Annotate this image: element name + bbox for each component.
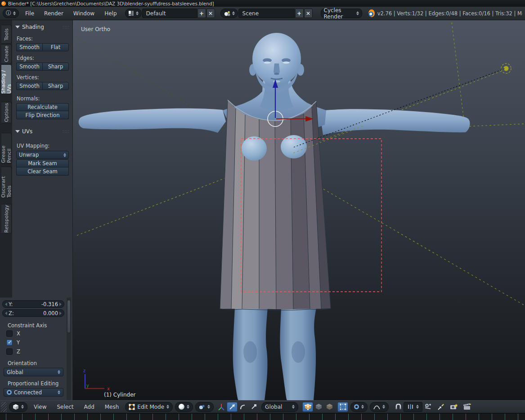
- checkbox-z[interactable]: [6, 348, 13, 355]
- vertices-smooth-button[interactable]: Smooth: [16, 82, 42, 90]
- checkbox-x[interactable]: [6, 330, 13, 337]
- editor-type-selector-info[interactable]: ⓘ: [3, 9, 19, 18]
- screen-layout-name-field[interactable]: Default: [142, 9, 197, 18]
- main-area: Tools Create Shading / UVs Options Greas…: [0, 20, 525, 400]
- tab-create[interactable]: Create: [1, 44, 12, 64]
- constraint-y-row[interactable]: Y: [6, 339, 20, 346]
- sphere-object-left[interactable]: [242, 136, 267, 161]
- snap-toggle-button[interactable]: [393, 402, 404, 412]
- menu-help[interactable]: Help: [101, 10, 120, 17]
- rotate-arc-icon: [239, 403, 247, 411]
- scene-icon-button[interactable]: [220, 9, 238, 18]
- translate-y-field[interactable]: Y: -0.316: [2, 300, 64, 308]
- dropdown-arrows-icon: [58, 390, 60, 394]
- recalculate-normals-button[interactable]: Recalculate: [16, 103, 69, 111]
- scene-name-field[interactable]: Scene: [238, 9, 295, 18]
- dropdown-arrows-icon: [416, 405, 419, 409]
- opengl-render-button[interactable]: [449, 402, 459, 412]
- editor-type-selector-3dview[interactable]: [9, 402, 27, 412]
- operator-panel-scrollbar[interactable]: [67, 298, 71, 400]
- opengl-render-animation-button[interactable]: [462, 402, 472, 412]
- scrollbar-thumb[interactable]: [67, 300, 71, 333]
- manipulator-scale-button[interactable]: [248, 402, 259, 412]
- falloff-dropdown[interactable]: [370, 402, 389, 412]
- faces-smooth-button[interactable]: Smooth: [16, 43, 42, 51]
- screen-layout-icon-button[interactable]: [125, 9, 142, 18]
- recenter-arrows-button[interactable]: [435, 402, 446, 412]
- proportional-editing-dropdown-header[interactable]: [350, 402, 368, 412]
- add-scene-button[interactable]: +: [295, 9, 304, 18]
- translate-z-field[interactable]: Z: 0.000: [2, 309, 64, 317]
- blender-logo: [368, 9, 374, 17]
- increment-icon[interactable]: [59, 303, 62, 306]
- menu-mesh[interactable]: Mesh: [101, 404, 123, 410]
- face-select-button[interactable]: [324, 402, 335, 412]
- tab-tools[interactable]: Tools: [1, 25, 12, 44]
- uv-unwrap-dropdown[interactable]: Unwrap: [16, 151, 69, 159]
- mark-seam-button[interactable]: Mark Seam: [16, 159, 69, 167]
- timeline-strip[interactable]: [0, 413, 525, 420]
- info-editor-icon: ⓘ: [6, 9, 11, 17]
- panel-drag-dots-icon[interactable]: ::::: [63, 129, 70, 134]
- viewport-3d[interactable]: z y x User Ortho (1) Cylinder: [73, 20, 525, 400]
- magnet-icon: [395, 403, 402, 410]
- uv-mapping-label: UV Mapping:: [17, 143, 72, 149]
- uvs-panel-header[interactable]: UVs ::::: [12, 125, 72, 136]
- edges-sharp-button[interactable]: Sharp: [42, 63, 69, 71]
- add-layout-button[interactable]: +: [197, 9, 206, 18]
- checkbox-y-checked[interactable]: [6, 339, 13, 346]
- menu-window[interactable]: Window: [70, 10, 98, 17]
- faces-label: Faces:: [17, 36, 72, 42]
- snap-element-dropdown[interactable]: [404, 402, 422, 412]
- menu-add[interactable]: Add: [80, 404, 99, 410]
- tab-oscurart-tools[interactable]: Oscurart Tools: [1, 167, 12, 198]
- tab-options[interactable]: Options: [1, 102, 12, 123]
- close-layout-button[interactable]: ✕: [206, 9, 215, 18]
- transform-orientation-dropdown[interactable]: Global: [261, 402, 298, 412]
- decrement-icon[interactable]: [5, 312, 7, 315]
- shading-panel-header[interactable]: Shading ::::: [12, 20, 72, 32]
- mode-dropdown[interactable]: Edit Mode: [125, 402, 173, 412]
- viewport-shading-dropdown[interactable]: [175, 402, 193, 412]
- close-scene-button[interactable]: ✕: [304, 9, 313, 18]
- faces-flat-button[interactable]: Flat: [42, 43, 69, 51]
- layout-grid-icon: [128, 10, 134, 16]
- menu-view[interactable]: View: [30, 404, 50, 410]
- snap-target-button[interactable]: [422, 402, 433, 412]
- edges-smooth-button[interactable]: Smooth: [16, 63, 42, 71]
- edges-label: Edges:: [17, 55, 72, 61]
- tab-shading-uvs[interactable]: Shading / UVs: [1, 64, 12, 94]
- menu-select[interactable]: Select: [53, 404, 77, 410]
- manipulator-translate-button[interactable]: [227, 402, 238, 412]
- render-engine-dropdown[interactable]: Cycles Render: [321, 9, 363, 18]
- menu-file[interactable]: File: [22, 10, 38, 17]
- constraint-x-row[interactable]: X: [6, 330, 20, 337]
- engine-arrows-icon: [356, 11, 359, 15]
- manipulator-rotate-button[interactable]: [238, 402, 248, 412]
- svg-text:y: y: [86, 383, 89, 388]
- clear-seam-button[interactable]: Clear Seam: [16, 167, 69, 176]
- proportional-editing-dropdown[interactable]: Connected: [4, 388, 63, 397]
- pivot-point-dropdown[interactable]: [195, 402, 214, 412]
- constraint-z-row[interactable]: Z: [6, 348, 20, 355]
- menu-render[interactable]: Render: [40, 10, 67, 17]
- editor-switch-arrows-icon: [21, 405, 24, 409]
- vertex-select-button[interactable]: [302, 402, 313, 412]
- dropdown-arrows-icon: [63, 153, 66, 157]
- panel-drag-dots-icon[interactable]: ::::: [63, 25, 70, 29]
- orientation-dropdown[interactable]: Global: [4, 368, 63, 376]
- limit-selection-visible-button[interactable]: [337, 402, 348, 412]
- increment-icon[interactable]: [59, 312, 62, 315]
- tab-retopology[interactable]: Retopology: [1, 204, 12, 234]
- collapse-caret-icon: [15, 26, 20, 28]
- viewport-editor-icon: [13, 404, 19, 410]
- flip-direction-button[interactable]: Flip Direction: [16, 111, 69, 119]
- decrement-icon[interactable]: [5, 303, 7, 306]
- edge-select-button[interactable]: [313, 402, 324, 412]
- solid-shading-icon: [179, 404, 184, 410]
- dress-mesh[interactable]: [220, 100, 331, 310]
- manipulator-axis-button[interactable]: [216, 402, 227, 412]
- corner-resize-grip[interactable]: [1, 402, 7, 412]
- vertices-sharp-button[interactable]: Sharp: [42, 82, 69, 90]
- tab-grease-pencil[interactable]: Grease Pencil: [1, 133, 12, 163]
